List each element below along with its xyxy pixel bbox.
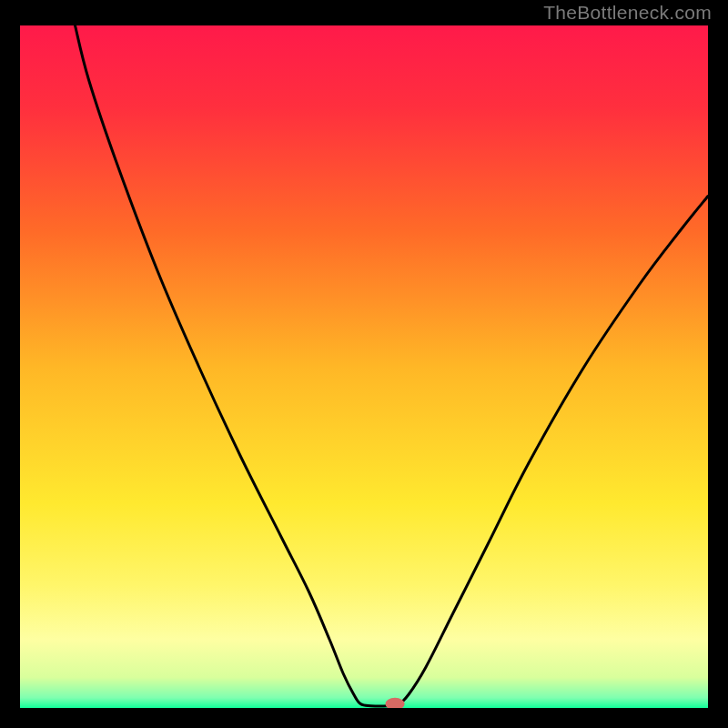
bottleneck-curve-chart xyxy=(20,25,708,708)
watermark-label: TheBottleneck.com xyxy=(543,2,712,24)
svg-rect-0 xyxy=(20,25,708,708)
chart-frame: TheBottleneck.com xyxy=(0,0,728,728)
plot-area xyxy=(20,25,708,708)
